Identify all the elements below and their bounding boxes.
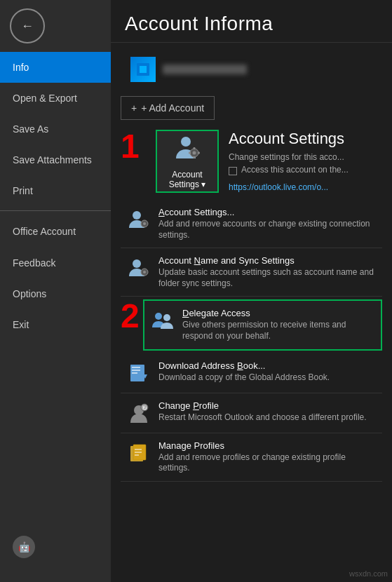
- sidebar-item-save-as[interactable]: Save As: [0, 114, 111, 144]
- sidebar-label-exit: Exit: [13, 319, 29, 330]
- sidebar-label-save-as: Save As: [13, 123, 48, 135]
- account-settings-menu-text: Account Settings... Add and remove accou…: [158, 207, 377, 241]
- change-profile-desc: Restart Microsoft Outlook and choose a d…: [158, 412, 377, 424]
- manage-profiles-title: Manage Profiles: [158, 440, 377, 451]
- outlook-link[interactable]: https://outlook.live.com/o...: [229, 182, 328, 192]
- back-icon: ←: [21, 19, 34, 34]
- account-settings-menu-icon: [126, 207, 151, 232]
- svg-point-15: [155, 313, 162, 320]
- change-profile-icon: ↻: [126, 400, 151, 426]
- account-settings-menu-desc: Add and remove accounts or change existi…: [158, 219, 377, 241]
- svg-point-14: [143, 271, 146, 273]
- step1-label: 1: [121, 130, 146, 163]
- account-name-sync-desc: Update basic account settings such as ac…: [158, 267, 377, 289]
- sidebar-label-open-export: Open & Export: [13, 93, 77, 104]
- account-name-sync-icon: [126, 255, 151, 280]
- sidebar-logo: 🤖: [0, 526, 111, 568]
- svg-rect-19: [132, 370, 140, 371]
- delegate-access-row: 2 Delegate Access Give others permission…: [121, 299, 382, 350]
- sidebar-label-office-account: Office Account: [13, 226, 76, 237]
- account-settings-icon: [173, 133, 201, 167]
- menu-item-delegate-access[interactable]: Delegate Access Give others permission t…: [143, 299, 382, 350]
- account-name-blurred: [163, 65, 247, 74]
- sidebar-label-save-attachments: Save Attachments: [13, 154, 92, 165]
- download-address-book-text: Download Address Book... Download a copy…: [158, 360, 377, 384]
- sidebar-label-feedback: Feedback: [13, 257, 55, 269]
- svg-rect-27: [135, 449, 142, 450]
- sidebar-label-info: Info: [13, 62, 29, 73]
- svg-point-2: [181, 137, 191, 147]
- account-settings-info: Account Settings Change settings for thi…: [229, 130, 382, 193]
- sidebar-item-options[interactable]: Options: [0, 278, 111, 309]
- sidebar-item-info[interactable]: Info: [0, 52, 111, 83]
- main-header: Account Informa: [111, 0, 392, 43]
- delegate-access-text: Delegate Access Give others permission t…: [182, 308, 375, 341]
- account-settings-icon-box[interactable]: Account Settings ▾: [156, 130, 219, 193]
- account-bar: [121, 50, 382, 89]
- step2-label: 2: [121, 299, 140, 333]
- svg-rect-5: [194, 147, 196, 149]
- account-settings-desc: Change settings for this acco...: [229, 152, 382, 162]
- watermark: wsxdn.com: [349, 569, 388, 578]
- svg-text:↻: ↻: [142, 405, 147, 412]
- delegate-access-icon: [150, 308, 175, 333]
- sidebar-label-options: Options: [13, 288, 46, 299]
- page-title: Account Informa: [125, 13, 378, 35]
- menu-item-account-name-sync[interactable]: Account Name and Sync Settings Update ba…: [121, 248, 382, 297]
- access-label: Access this account on the...: [241, 165, 349, 175]
- svg-rect-29: [135, 454, 139, 456]
- svg-point-4: [193, 151, 196, 155]
- sidebar-item-feedback[interactable]: Feedback: [0, 248, 111, 278]
- account-settings-title: Account Settings: [229, 130, 382, 148]
- sidebar-item-office-account[interactable]: Office Account: [0, 215, 111, 248]
- svg-rect-18: [132, 367, 140, 368]
- acc-settings-icon-label: Account Settings ▾: [161, 170, 213, 189]
- svg-rect-20: [132, 372, 137, 374]
- menu-item-manage-profiles[interactable]: Manage Profiles Add and remove profiles …: [121, 433, 382, 482]
- change-profile-text: Change Profile Restart Microsoft Outlook…: [158, 400, 377, 424]
- sidebar-item-exit[interactable]: Exit: [0, 309, 111, 340]
- access-checkbox[interactable]: [229, 167, 237, 175]
- logo-icon: 🤖: [13, 536, 35, 558]
- account-settings-section: 1 Account Settings ▾ Account Settings: [121, 130, 382, 193]
- svg-point-11: [143, 222, 146, 225]
- manage-profiles-text: Manage Profiles Add and remove profiles …: [158, 440, 377, 474]
- menu-item-account-settings[interactable]: Account Settings... Add and remove accou…: [121, 200, 382, 248]
- svg-rect-8: [198, 152, 200, 154]
- checkbox-row: Access this account on the...: [229, 165, 382, 177]
- delegate-access-desc: Give others permission to receive items …: [182, 320, 375, 341]
- sidebar-item-open-export[interactable]: Open & Export: [0, 83, 111, 114]
- download-address-book-icon: [126, 360, 151, 386]
- download-address-book-desc: Download a copy of the Global Address Bo…: [158, 372, 377, 384]
- back-button[interactable]: ←: [10, 8, 45, 43]
- manage-profiles-icon: [126, 440, 151, 466]
- add-account-label: + Add Account: [141, 102, 204, 114]
- plus-icon: +: [131, 102, 137, 114]
- menu-items-list: Account Settings... Add and remove accou…: [121, 200, 382, 482]
- menu-item-download-address-book[interactable]: Download Address Book... Download a copy…: [121, 353, 382, 393]
- svg-rect-28: [135, 452, 142, 453]
- change-profile-title: Change Profile: [158, 400, 377, 411]
- delegate-access-title: Delegate Access: [182, 308, 375, 318]
- svg-rect-1: [140, 66, 147, 73]
- sidebar-item-print[interactable]: Print: [0, 175, 111, 206]
- svg-point-12: [133, 259, 141, 268]
- add-account-button[interactable]: + + Add Account: [121, 96, 215, 120]
- account-name-sync-text: Account Name and Sync Settings Update ba…: [158, 255, 377, 289]
- account-settings-menu-title: Account Settings...: [158, 207, 377, 217]
- manage-profiles-desc: Add and remove profiles or change existi…: [158, 452, 377, 474]
- svg-point-16: [163, 314, 170, 321]
- svg-point-9: [133, 211, 141, 219]
- download-address-book-title: Download Address Book...: [158, 360, 377, 371]
- sidebar-item-save-attachments[interactable]: Save Attachments: [0, 144, 111, 175]
- menu-item-change-profile[interactable]: ↻ Change Profile Restart Microsoft Outlo…: [121, 393, 382, 433]
- account-name-sync-title: Account Name and Sync Settings: [158, 255, 377, 266]
- avatar: [130, 57, 156, 82]
- sidebar-label-print: Print: [13, 185, 33, 196]
- main-content: Account Informa + + Add Account 1: [111, 0, 392, 582]
- svg-rect-7: [189, 152, 191, 154]
- sidebar: ← Info Open & Export Save As Save Attach…: [0, 0, 111, 582]
- svg-rect-6: [194, 156, 196, 158]
